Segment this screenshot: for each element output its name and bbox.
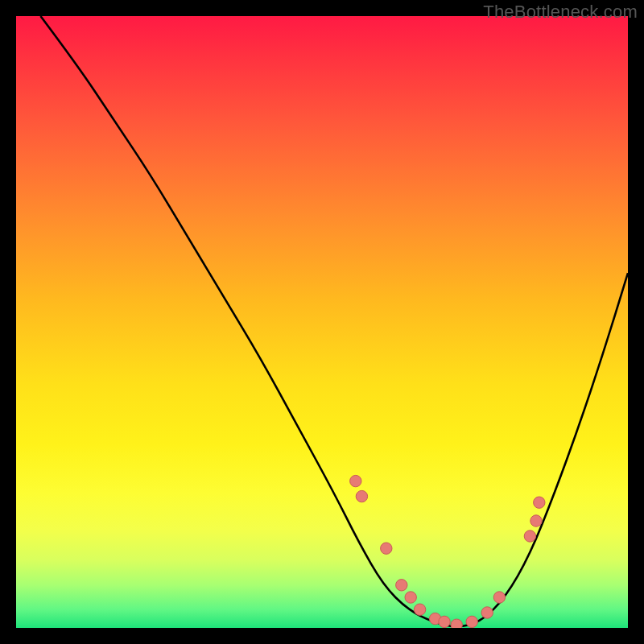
chart-gradient-background (16, 16, 628, 628)
chart-frame (16, 16, 628, 628)
watermark-text: TheBottleneck.com (483, 2, 638, 23)
